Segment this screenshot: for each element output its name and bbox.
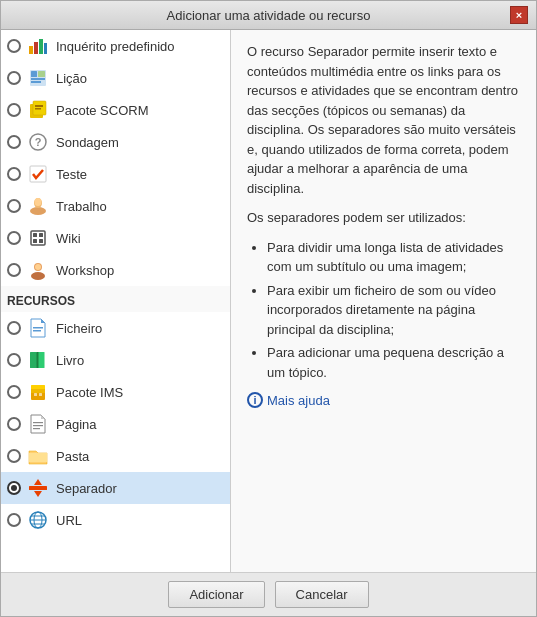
svg-point-25 <box>31 272 45 280</box>
scorm-label: Pacote SCORM <box>56 103 148 118</box>
list-item[interactable]: Livro <box>1 344 230 376</box>
licao-label: Lição <box>56 71 87 86</box>
ficheiro-icon <box>26 316 50 340</box>
dialog-title: Adicionar uma atividade ou recurso <box>27 8 510 23</box>
radio-ims[interactable] <box>7 385 21 399</box>
radio-pagina[interactable] <box>7 417 21 431</box>
radio-scorm[interactable] <box>7 103 21 117</box>
scorm-icon <box>26 98 50 122</box>
info-icon: i <box>247 392 263 408</box>
separador-label: Separador <box>56 481 117 496</box>
svg-rect-28 <box>33 330 41 332</box>
sondagem-label: Sondagem <box>56 135 119 150</box>
list-item[interactable]: Inquérito predefinido <box>1 30 230 62</box>
add-button[interactable]: Adicionar <box>168 581 264 608</box>
radio-inquirito[interactable] <box>7 39 21 53</box>
svg-point-16 <box>30 207 46 215</box>
list-item[interactable]: URL <box>1 504 230 536</box>
svg-rect-19 <box>31 231 45 245</box>
left-panel: Inquérito predefinido Lição <box>1 30 231 572</box>
workshop-label: Workshop <box>56 263 114 278</box>
list-item-separador[interactable]: Separador <box>1 472 230 504</box>
trabalho-label: Trabalho <box>56 199 107 214</box>
workshop-icon <box>26 258 50 282</box>
list-item[interactable]: Lição <box>1 62 230 94</box>
close-button[interactable]: × <box>510 6 528 24</box>
radio-url[interactable] <box>7 513 21 527</box>
description-para1: O recurso Separador permite inserir text… <box>247 42 520 198</box>
inquirito-label: Inquérito predefinido <box>56 39 175 54</box>
trabalho-icon <box>26 194 50 218</box>
radio-wiki[interactable] <box>7 231 21 245</box>
bullet-list: Para dividir uma longa lista de atividad… <box>267 238 520 383</box>
cancel-button[interactable]: Cancelar <box>275 581 369 608</box>
dialog: Adicionar uma atividade ou recurso × <box>0 0 537 617</box>
svg-point-18 <box>35 198 42 206</box>
licao-icon <box>26 66 50 90</box>
svg-rect-32 <box>31 392 45 400</box>
bullet-item-3: Para adicionar uma pequena descrição a u… <box>267 343 520 382</box>
list-item[interactable]: Pacote SCORM <box>1 94 230 126</box>
livro-label: Livro <box>56 353 84 368</box>
svg-rect-22 <box>33 239 37 243</box>
radio-pasta[interactable] <box>7 449 21 463</box>
wiki-label: Wiki <box>56 231 81 246</box>
radio-livro[interactable] <box>7 353 21 367</box>
right-panel: O recurso Separador permite inserir text… <box>231 30 536 572</box>
ficheiro-label: Ficheiro <box>56 321 102 336</box>
svg-rect-23 <box>39 239 43 243</box>
teste-icon <box>26 162 50 186</box>
svg-point-26 <box>35 264 41 270</box>
description-para2: Os separadores podem ser utilizados: <box>247 208 520 228</box>
pagina-icon <box>26 412 50 436</box>
svg-rect-5 <box>31 71 37 77</box>
svg-rect-1 <box>34 42 38 54</box>
svg-marker-41 <box>34 479 42 485</box>
svg-rect-40 <box>29 486 47 490</box>
svg-rect-31 <box>37 352 39 368</box>
inquirito-icon <box>26 34 50 58</box>
list-item[interactable]: Pasta <box>1 440 230 472</box>
svg-rect-7 <box>31 81 41 83</box>
svg-rect-35 <box>34 393 37 396</box>
bullet-item-2: Para exibir um ficheiro de som ou vídeo … <box>267 281 520 340</box>
svg-rect-38 <box>33 425 43 426</box>
wiki-icon <box>26 226 50 250</box>
svg-rect-0 <box>29 46 33 54</box>
svg-rect-12 <box>35 108 41 110</box>
list-item[interactable]: Wiki <box>1 222 230 254</box>
titlebar: Adicionar uma atividade ou recurso × <box>1 1 536 30</box>
list-item[interactable]: Página <box>1 408 230 440</box>
ims-label: Pacote IMS <box>56 385 123 400</box>
list-item[interactable]: ? Sondagem <box>1 126 230 158</box>
sondagem-icon: ? <box>26 130 50 154</box>
svg-rect-30 <box>38 352 45 368</box>
list-item[interactable]: Ficheiro <box>1 312 230 344</box>
items-list: Inquérito predefinido Lição <box>1 30 230 572</box>
svg-rect-2 <box>39 39 43 54</box>
livro-icon <box>26 348 50 372</box>
svg-rect-8 <box>38 71 45 77</box>
list-item[interactable]: Trabalho <box>1 190 230 222</box>
radio-separador[interactable] <box>7 481 21 495</box>
svg-rect-6 <box>31 78 45 80</box>
list-item[interactable]: Pacote IMS <box>1 376 230 408</box>
radio-teste[interactable] <box>7 167 21 181</box>
svg-rect-27 <box>33 327 43 329</box>
separador-icon <box>26 476 50 500</box>
pasta-icon <box>26 444 50 468</box>
radio-workshop[interactable] <box>7 263 21 277</box>
radio-ficheiro[interactable] <box>7 321 21 335</box>
svg-rect-37 <box>33 422 43 423</box>
radio-trabalho[interactable] <box>7 199 21 213</box>
radio-sondagem[interactable] <box>7 135 21 149</box>
svg-rect-36 <box>39 393 42 396</box>
resources-header: RECURSOS <box>1 286 230 312</box>
svg-marker-42 <box>34 491 42 497</box>
list-item[interactable]: Teste <box>1 158 230 190</box>
svg-rect-3 <box>44 43 47 54</box>
mais-ajuda-link[interactable]: i Mais ajuda <box>247 392 520 408</box>
svg-rect-39 <box>33 428 40 429</box>
radio-licao[interactable] <box>7 71 21 85</box>
list-item[interactable]: Workshop <box>1 254 230 286</box>
